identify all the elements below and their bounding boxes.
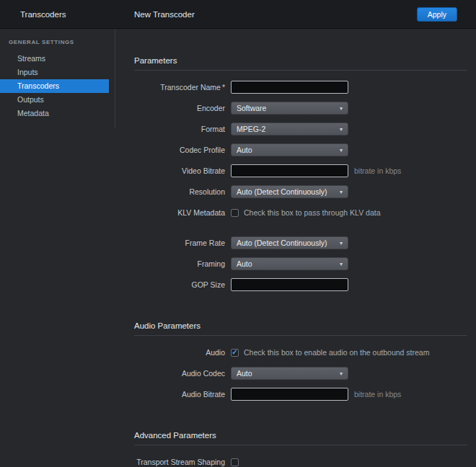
field-audio-codec: Audio Codec Auto ▾ [134, 367, 467, 380]
encoder-label: Encoder [134, 104, 225, 112]
audio-codec-select[interactable]: Auto ▾ [231, 367, 348, 380]
framing-select[interactable]: Auto ▾ [231, 257, 348, 270]
chevron-down-icon: ▾ [340, 189, 343, 195]
video-bitrate-label: Video Bitrate [134, 166, 225, 175]
resolution-select[interactable]: Auto (Detect Continuously) ▾ [231, 185, 348, 198]
field-encoder: Encoder Software ▾ [134, 102, 467, 115]
section-title-advanced: Advanced Parameters [134, 431, 467, 445]
framing-label: Framing [134, 259, 225, 268]
audio-checkbox[interactable] [231, 349, 239, 357]
apply-button[interactable]: Apply [417, 7, 457, 22]
sidebar-section-label: General Settings [0, 39, 115, 45]
field-audio: Audio Check this box to enable audio on … [134, 346, 467, 359]
codec-profile-select-value: Auto [237, 146, 252, 154]
frame-rate-select-value: Auto (Detect Continuously) [237, 239, 327, 247]
codec-profile-select[interactable]: Auto ▾ [231, 143, 348, 156]
section-title-audio: Audio Parameters [134, 321, 467, 336]
sidebar-item-transcoders[interactable]: Transcoders [0, 79, 109, 93]
field-transport-stream-shaping: Transport Stream Shaping [134, 455, 467, 466]
format-select-value: MPEG-2 [237, 125, 265, 133]
field-format: Format MPEG-2 ▾ [134, 123, 467, 135]
audio-label: Audio [134, 348, 225, 357]
format-select[interactable]: MPEG-2 ▾ [231, 123, 348, 135]
resolution-label: Resolution [134, 187, 225, 196]
transport-stream-shaping-checkbox[interactable] [231, 458, 239, 466]
klv-metadata-label: KLV Metadata [134, 208, 225, 217]
format-label: Format [134, 125, 225, 133]
gop-size-label: GOP Size [134, 280, 225, 289]
chevron-down-icon: ▾ [340, 105, 343, 112]
gop-size-input[interactable] [231, 278, 348, 291]
audio-checkbox-label: Check this box to enable audio on the ou… [244, 348, 429, 357]
sidebar-item-streams[interactable]: Streams [0, 52, 109, 66]
encoder-select-value: Software [237, 104, 266, 112]
audio-bitrate-hint: bitrate in kbps [354, 390, 401, 399]
chevron-down-icon: ▾ [340, 370, 343, 377]
transport-stream-shaping-label: Transport Stream Shaping [134, 458, 225, 466]
klv-metadata-checkbox[interactable] [231, 209, 239, 217]
transcoder-name-label: Transcoder Name* [134, 83, 225, 92]
breadcrumb: Transcoders [0, 10, 115, 19]
sidebar: General Settings Streams Inputs Transcod… [0, 29, 115, 466]
sidebar-item-outputs[interactable]: Outputs [0, 93, 109, 107]
resolution-select-value: Auto (Detect Continuously) [237, 187, 327, 196]
section-title-parameters: Parameters [134, 56, 467, 71]
field-transcoder-name: Transcoder Name* [134, 81, 467, 94]
required-marker: * [222, 83, 225, 92]
codec-profile-label: Codec Profile [134, 146, 225, 154]
field-klv-metadata: KLV Metadata Check this box to pass thro… [134, 206, 467, 219]
chevron-down-icon: ▾ [340, 240, 343, 246]
klv-metadata-checkbox-label: Check this box to pass through KLV data [244, 208, 381, 217]
field-frame-rate: Frame Rate Auto (Detect Continuously) ▾ [134, 236, 467, 249]
field-codec-profile: Codec Profile Auto ▾ [134, 143, 467, 156]
audio-codec-label: Audio Codec [134, 369, 225, 378]
field-audio-bitrate: Audio Bitrate bitrate in kbps [134, 388, 467, 401]
video-bitrate-input[interactable] [231, 164, 348, 177]
encoder-select[interactable]: Software ▾ [231, 102, 348, 115]
audio-bitrate-input[interactable] [231, 388, 348, 401]
framing-select-value: Auto [237, 259, 252, 268]
page-title: New Transcoder [115, 10, 417, 19]
chevron-down-icon: ▾ [340, 126, 343, 133]
field-resolution: Resolution Auto (Detect Continuously) ▾ [134, 185, 467, 198]
chevron-down-icon: ▾ [340, 261, 343, 267]
audio-codec-select-value: Auto [237, 369, 252, 378]
field-gop-size: GOP Size [134, 278, 467, 291]
video-bitrate-hint: bitrate in kbps [354, 166, 401, 175]
audio-bitrate-label: Audio Bitrate [134, 390, 225, 399]
main-content: Parameters Transcoder Name* Encoder Soft… [115, 29, 476, 466]
chevron-down-icon: ▾ [340, 147, 343, 154]
sidebar-item-inputs[interactable]: Inputs [0, 66, 109, 79]
sidebar-item-metadata[interactable]: Metadata [0, 107, 109, 120]
frame-rate-label: Frame Rate [134, 239, 225, 247]
field-framing: Framing Auto ▾ [134, 257, 467, 270]
top-header: Transcoders New Transcoder Apply [0, 0, 476, 29]
field-video-bitrate: Video Bitrate bitrate in kbps [134, 164, 467, 177]
frame-rate-select[interactable]: Auto (Detect Continuously) ▾ [231, 236, 348, 249]
transcoder-name-input[interactable] [231, 81, 348, 94]
